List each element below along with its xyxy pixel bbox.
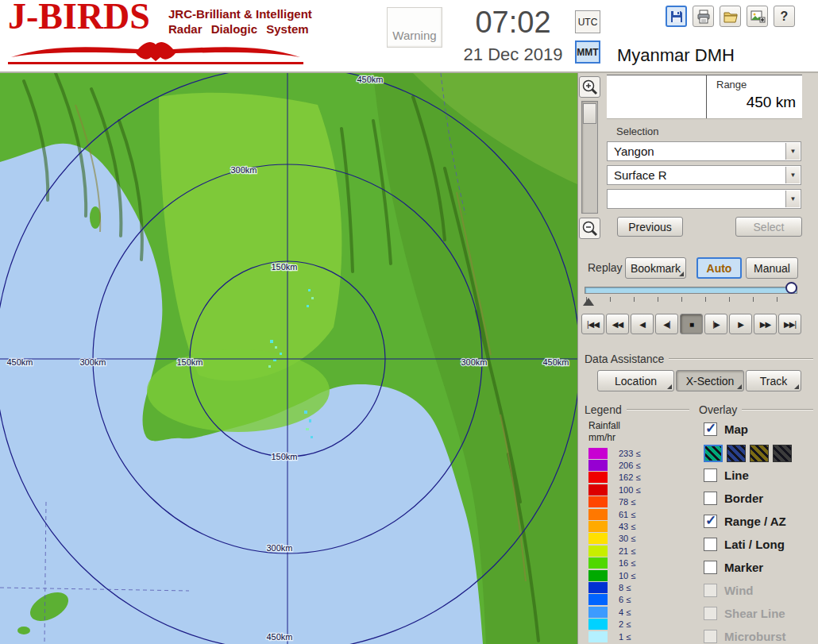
legend-color-swatch — [588, 448, 608, 459]
map-style-swatch-3[interactable] — [750, 445, 769, 462]
selection-section-label: Selection — [616, 125, 658, 137]
select-button: Select — [735, 217, 802, 237]
print-icon — [696, 9, 712, 25]
auto-mode-button[interactable]: Auto — [696, 257, 742, 279]
checkbox-line[interactable] — [704, 469, 717, 482]
print-button[interactable] — [693, 6, 714, 27]
help-button[interactable]: ? — [774, 6, 795, 27]
legend-color-swatch — [588, 619, 608, 630]
rewind-full-button[interactable]: |◀◀ — [581, 314, 604, 334]
island — [17, 627, 30, 634]
checkbox-lati-long[interactable] — [704, 538, 717, 551]
radar-map[interactable]: 450km 300km 150km 450km 300km 150km 300k… — [0, 73, 577, 644]
previous-button[interactable]: Previous — [617, 217, 683, 237]
fast-forward-button[interactable]: ▶▶ — [754, 314, 777, 334]
checkbox-wind — [704, 584, 717, 597]
overlay-row-lati-long[interactable]: Lati / Long — [704, 535, 815, 553]
replay-timeline-slider[interactable] — [585, 287, 797, 294]
save-button[interactable] — [666, 6, 687, 27]
legend-color-swatch — [588, 472, 608, 483]
tagline-line2: Radar Dialogic System — [168, 21, 312, 37]
jbirds-application-window: J-BIRDS JRC-Brilliant & Intelligent Rada… — [0, 0, 818, 644]
zoom-in-button[interactable] — [579, 76, 600, 98]
legend-color-swatch — [588, 484, 608, 496]
chevron-down-icon[interactable]: ▼ — [785, 167, 800, 183]
forward-full-button[interactable]: ▶▶| — [778, 314, 801, 334]
product-dropdown[interactable]: Surface R ▼ — [607, 165, 801, 185]
timeline-slider-thumb[interactable] — [785, 282, 797, 294]
legend-heading: Legend — [585, 403, 689, 416]
chevron-down-icon[interactable]: ▼ — [785, 191, 800, 207]
legend-row: 8 ≤ — [588, 581, 640, 593]
save-icon — [669, 9, 685, 25]
stop-button[interactable]: ■ — [680, 314, 703, 334]
map-style-swatch-2[interactable] — [727, 445, 746, 462]
map-style-swatch-4[interactable] — [773, 445, 792, 462]
checkbox-border[interactable] — [704, 492, 717, 505]
open-folder-button[interactable] — [720, 6, 741, 27]
playback-controls: |◀◀ ◀◀ ◀ ◀| ■ |▶ ▶ ▶▶ ▶▶| — [581, 314, 801, 334]
fast-rewind-button[interactable]: ◀◀ — [606, 314, 629, 334]
manual-mode-button[interactable]: Manual — [746, 257, 798, 279]
legend-value-label: 2 ≤ — [619, 619, 631, 630]
overlay-row-border[interactable]: Border — [704, 489, 815, 507]
legend-color-swatch — [588, 546, 608, 557]
site-dropdown[interactable]: Yangon ▼ — [607, 141, 801, 161]
zoom-out-icon — [581, 220, 599, 237]
step-back-button[interactable]: ◀| — [655, 314, 678, 334]
xsection-button[interactable]: X-Section — [676, 370, 744, 391]
overlay-label-lati-long: Lati / Long — [724, 538, 785, 551]
legend-unit-line1: Rainfall — [588, 420, 620, 431]
overlay-row-wind: Wind — [704, 581, 815, 599]
legend-value-label: 30 ≤ — [619, 533, 635, 544]
legend-color-swatch — [588, 594, 608, 605]
legend-row: 10 ≤ — [588, 569, 640, 581]
overlay-label-marker: Marker — [724, 561, 763, 574]
chevron-down-icon[interactable]: ▼ — [785, 143, 800, 160]
option-dropdown[interactable]: ▼ — [607, 189, 801, 209]
legend-color-swatch — [588, 460, 608, 471]
overlay-row-map[interactable]: Map — [704, 420, 815, 438]
overlay-options: Map Line Border Range / AZ — [704, 420, 815, 644]
legend-color-swatch — [588, 570, 608, 581]
timezone-utc-button[interactable]: UTC — [575, 10, 600, 33]
overlay-label-shear-line: Shear Line — [724, 607, 785, 620]
map-style-swatch-1[interactable] — [704, 445, 723, 462]
legend-value-label: 233 ≤ — [619, 448, 640, 459]
checkbox-range-az[interactable] — [704, 515, 717, 528]
overlay-row-line[interactable]: Line — [704, 466, 815, 484]
legend-value-label: 61 ≤ — [619, 509, 635, 520]
rainfall-legend: 233 ≤ 206 ≤ 162 ≤ 100 ≤ 78 ≤ 61 ≤ 43 ≤ 3… — [588, 447, 640, 642]
overlay-row-shear-line: Shear Line — [704, 604, 815, 622]
legend-value-label: 6 ≤ — [619, 594, 631, 605]
track-button[interactable]: Track — [746, 370, 801, 391]
legend-row: 78 ≤ — [588, 496, 640, 508]
zoom-out-button[interactable] — [579, 218, 600, 239]
checkbox-microburst — [704, 630, 717, 643]
bookmark-button[interactable]: Bookmark — [625, 257, 686, 279]
step-forward-button[interactable]: |▶ — [704, 314, 727, 334]
open-folder-icon — [723, 9, 739, 25]
site-dropdown-value: Yangon — [608, 142, 801, 158]
checkbox-marker[interactable] — [704, 561, 717, 574]
play-reverse-button[interactable]: ◀ — [631, 314, 654, 334]
legend-color-swatch — [588, 509, 608, 520]
data-assistance-heading: Data Assistance — [585, 353, 813, 365]
location-button[interactable]: Location — [597, 370, 674, 391]
overlay-row-marker[interactable]: Marker — [704, 558, 815, 576]
zoom-slider-thumb[interactable] — [583, 103, 596, 124]
checkbox-map[interactable] — [704, 422, 717, 436]
zoom-slider[interactable] — [581, 101, 598, 214]
replay-section-label: Replay — [588, 261, 623, 274]
timezone-mmt-button[interactable]: MMT — [575, 40, 600, 64]
legend-row: 61 ≤ — [588, 508, 640, 520]
legend-value-label: 100 ≤ — [619, 484, 640, 496]
legend-color-swatch — [588, 582, 608, 593]
legend-color-swatch — [588, 533, 608, 544]
play-button[interactable]: ▶ — [729, 314, 752, 334]
overlay-row-range-az[interactable]: Range / AZ — [704, 512, 815, 530]
legend-row: 1 ≤ — [588, 631, 640, 642]
overlay-row-microburst: Microburst — [704, 627, 815, 644]
map-style-swatches — [704, 443, 815, 463]
export-image-button[interactable] — [747, 6, 768, 27]
